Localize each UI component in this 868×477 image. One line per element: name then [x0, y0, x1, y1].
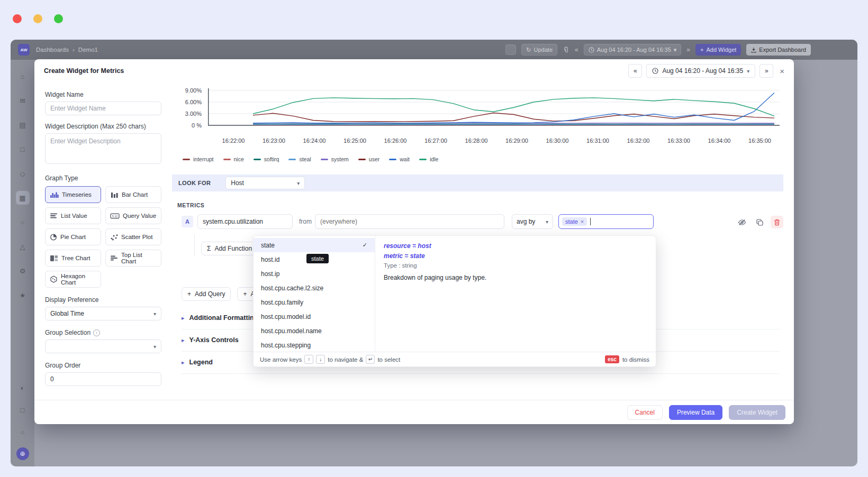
x-tick-label: 16:32:00	[627, 137, 650, 144]
sidebar-bottom-item-0[interactable]: ◐	[16, 381, 30, 395]
suggestion-item-host.ip[interactable]: host.ip	[254, 267, 375, 281]
app-logo[interactable]: AW	[18, 44, 30, 56]
enter-key-icon: ↵	[366, 355, 375, 364]
time-back-button[interactable]: «	[575, 46, 578, 53]
create-widget-button[interactable]: Create Widget	[729, 405, 785, 420]
close-window-button[interactable]	[13, 14, 22, 23]
display-preference-select[interactable]: Global Time ▾	[45, 307, 161, 320]
chart-legend: interruptnicesoftirqstealsystemuserwaiti…	[183, 156, 438, 162]
suggestion-item-host.cpu.stepping[interactable]: host.cpu.stepping	[254, 338, 375, 352]
graph-type-tree[interactable]: Tree Chart	[45, 250, 101, 267]
attachment-icon[interactable]	[563, 46, 569, 53]
sidebar-item-2[interactable]: ▤	[16, 118, 30, 132]
aggregation-select[interactable]: avg by ▾	[512, 214, 553, 229]
sidebar-item-3[interactable]: □	[16, 142, 30, 156]
caret-right-icon: ▸	[182, 337, 185, 344]
tag-suggestion-dropdown: state state✓host.idhost.iphost.cpu.cache…	[253, 235, 656, 367]
legend-label: nice	[234, 156, 244, 162]
graph-type-list[interactable]: List Value	[45, 207, 101, 224]
suggestion-item-host.cpu.model.name[interactable]: host.cpu.model.name	[254, 324, 375, 338]
panel-toggle-button[interactable]	[505, 44, 516, 55]
legend-item-nice[interactable]: nice	[223, 156, 244, 162]
graph-type-bar[interactable]: Bar Chart	[105, 186, 161, 203]
legend-item-softirq[interactable]: softirq	[254, 156, 279, 162]
timeseries-plot	[208, 87, 780, 130]
sidebar-item-9[interactable]: ★	[16, 288, 30, 302]
modal-time-range[interactable]: Aug 04 16:20 - Aug 04 16:35 ▾	[646, 64, 755, 78]
time-forward-button[interactable]: »	[686, 46, 690, 53]
add-function-button[interactable]: Σ Add Function	[201, 242, 258, 255]
sidebar-item-4[interactable]: ◇	[16, 167, 30, 180]
list-chart-icon	[50, 213, 58, 219]
legend-item-idle[interactable]: idle	[419, 156, 438, 162]
sidebar-item-5[interactable]: ▦	[16, 191, 30, 205]
look-for-select[interactable]: Host ▾	[225, 177, 305, 189]
timeseries-chart-icon	[50, 191, 59, 198]
breadcrumb-dashboards[interactable]: Dashboards	[36, 47, 69, 53]
graph-type-label: Scatter Plot	[121, 234, 152, 240]
time-shift-back-button[interactable]: «	[628, 64, 642, 78]
graph-type-hexagon[interactable]: Hexagon Chart	[45, 271, 101, 288]
add-widget-button[interactable]: + Add Widget	[695, 44, 741, 56]
suggestion-item-state[interactable]: state✓	[254, 238, 375, 252]
metric-name-input[interactable]	[197, 214, 293, 229]
tag-chip-state: state ×	[562, 217, 587, 226]
sidebar-brand-logo[interactable]: ⊕	[16, 447, 29, 460]
group-by-tag-input[interactable]: state ×	[558, 214, 654, 229]
y-tick-label: 0 %	[192, 122, 202, 129]
sidebar-item-7[interactable]: △	[16, 240, 30, 253]
suggestion-item-host.cpu.cache.l2.size[interactable]: host.cpu.cache.l2.size	[254, 281, 375, 295]
sidebar-bottom-item-2[interactable]: ○	[16, 425, 30, 439]
cancel-button[interactable]: Cancel	[627, 405, 663, 420]
sidebar-item-0[interactable]: ⌂	[16, 69, 30, 83]
query-letter-badge: A	[182, 216, 193, 227]
close-modal-button[interactable]: ×	[780, 67, 784, 76]
suggestion-item-host.cpu.family[interactable]: host.cpu.family	[254, 295, 375, 309]
legend-item-wait[interactable]: wait	[389, 156, 410, 162]
add-query-button[interactable]: + Add Query	[182, 287, 231, 301]
delete-query-icon[interactable]	[771, 216, 783, 228]
x-tick-label: 16:24:00	[303, 137, 326, 144]
legend-item-interrupt[interactable]: interrupt	[183, 156, 214, 162]
legend-item-user[interactable]: user	[358, 156, 379, 162]
preview-data-button[interactable]: Preview Data	[669, 405, 722, 420]
legend-item-system[interactable]: system	[321, 156, 349, 162]
header-time-range[interactable]: Aug 04 16:20 - Aug 04 16:35 ▾	[584, 44, 682, 56]
x-tick-label: 16:25:00	[343, 137, 366, 144]
filter-scope-input[interactable]	[315, 214, 504, 229]
duplicate-query-icon[interactable]	[753, 216, 766, 228]
hide-query-icon[interactable]	[736, 216, 748, 228]
graph-type-query[interactable]: 5.12Query Value	[105, 207, 161, 224]
graph-type-pie[interactable]: Pie Chart	[45, 228, 101, 245]
sidebar-item-8[interactable]: ⚙	[16, 264, 30, 278]
zoom-window-button[interactable]	[54, 14, 63, 23]
graph-type-label: Timeseries	[62, 191, 92, 198]
widget-description-input[interactable]	[45, 133, 161, 164]
legend-swatch	[419, 159, 427, 160]
time-shift-forward-button[interactable]: »	[760, 64, 773, 78]
export-dashboard-button[interactable]: Export Dashboard	[746, 44, 811, 56]
legend-swatch	[288, 159, 296, 160]
graph-type-scatter[interactable]: Scatter Plot	[105, 228, 161, 245]
suggestion-item-host.cpu.model.id[interactable]: host.cpu.model.id	[254, 309, 375, 324]
x-tick-label: 16:34:00	[708, 137, 731, 144]
graph-type-toplist[interactable]: Top List Chart	[105, 250, 161, 267]
display-preference-label: Display Preference	[45, 296, 161, 304]
minimize-window-button[interactable]	[33, 14, 42, 23]
remove-tag-icon[interactable]: ×	[581, 218, 584, 225]
sidebar-bottom-item-1[interactable]: □	[16, 403, 30, 417]
plus-icon: +	[700, 47, 703, 53]
legend-item-steal[interactable]: steal	[288, 156, 311, 162]
sidebar-item-1[interactable]: ✉	[16, 94, 30, 107]
graph-type-timeseries[interactable]: Timeseries	[45, 186, 101, 203]
legend-swatch	[223, 159, 231, 160]
sidebar-item-6[interactable]: ○	[16, 215, 30, 229]
plus-icon: +	[243, 290, 247, 298]
group-selection-select[interactable]: ▾	[45, 340, 161, 353]
update-button[interactable]: ↻ Update	[521, 44, 557, 56]
group-order-input[interactable]	[45, 372, 161, 386]
widget-name-input[interactable]	[45, 102, 161, 115]
detail-description: Breakdown of paging usage by type.	[384, 274, 647, 281]
tree-chart-icon	[50, 255, 58, 262]
breadcrumb-demo1: Demo1	[78, 47, 98, 53]
